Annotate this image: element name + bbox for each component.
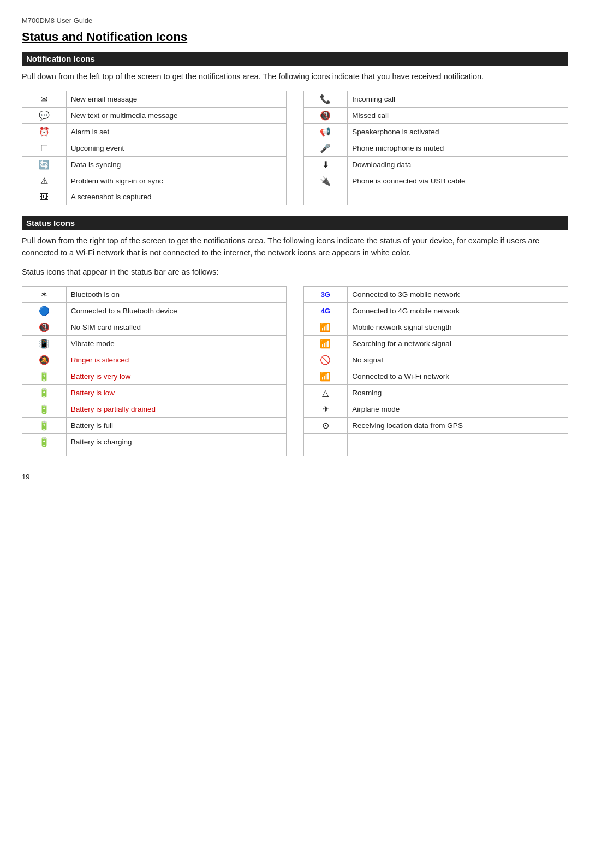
- doc-header: M700DM8 User Guide: [22, 16, 568, 25]
- notification-left-icon: 🔄: [22, 156, 67, 173]
- notification-right-icon: 📵: [303, 107, 348, 123]
- notification-left-label: Problem with sign-in or sync: [66, 173, 287, 189]
- status-left-icon: 📵: [22, 319, 67, 336]
- table-divider: [287, 140, 303, 156]
- status-table-row: 🔋Battery is partially drained✈Airplane m…: [22, 401, 568, 418]
- status-right-icon: 🚫: [303, 352, 348, 368]
- status-left-icon: 🔋: [22, 368, 67, 385]
- status-left-icon: ✶: [22, 287, 67, 303]
- table-divider: [287, 123, 303, 140]
- table-divider: [287, 352, 303, 368]
- status-table-row: 🔋Battery is charging: [22, 434, 568, 450]
- status-right-label: [348, 450, 568, 456]
- status-left-label: Battery is full: [66, 418, 287, 434]
- status-right-label: Airplane mode: [348, 401, 568, 418]
- table-divider: [287, 368, 303, 385]
- notification-table-row: 🔄Data is syncing⬇Downloading data: [22, 156, 568, 173]
- status-left-icon: 🔋: [22, 434, 67, 450]
- status-right-label: Connected to a Wi-Fi network: [348, 368, 568, 385]
- document-title-header: M700DM8 User Guide: [22, 16, 568, 25]
- status-right-icon: 📶: [303, 368, 348, 385]
- page-number: 19: [22, 473, 568, 481]
- notification-right-icon: 📞: [303, 91, 348, 107]
- notification-left-label: Upcoming event: [66, 140, 287, 156]
- status-description2: Status icons that appear in the status b…: [22, 266, 568, 278]
- status-left-icon: 🔋: [22, 401, 67, 418]
- notification-left-label: New email message: [66, 91, 287, 107]
- status-right-label: Connected to 4G mobile network: [348, 303, 568, 319]
- notification-right-label: Phone is connected via USB cable: [348, 173, 568, 189]
- status-left-label: Vibrate mode: [66, 336, 287, 352]
- status-right-icon: ⊙: [303, 418, 348, 434]
- status-right-icon: [303, 450, 348, 456]
- status-table-row: 🔋Battery is very low📶Connected to a Wi-F…: [22, 368, 568, 385]
- status-right-label: Receiving location data from GPS: [348, 418, 568, 434]
- status-left-label: No SIM card installed: [66, 319, 287, 336]
- status-right-icon: 📶: [303, 319, 348, 336]
- notification-right-label: Speakerphone is activated: [348, 123, 568, 140]
- status-right-icon: △: [303, 385, 348, 401]
- notification-right-label: Incoming call: [348, 91, 568, 107]
- notification-left-label: Data is syncing: [66, 156, 287, 173]
- status-right-icon: 3G: [303, 287, 348, 303]
- table-divider: [287, 287, 303, 303]
- status-right-label: No signal: [348, 352, 568, 368]
- status-icons-table: ✶Bluetooth is on3GConnected to 3G mobile…: [22, 286, 568, 456]
- status-right-icon: 📶: [303, 336, 348, 352]
- status-left-label: Battery is low: [66, 385, 287, 401]
- status-table-row: 📵No SIM card installed📶Mobile network si…: [22, 319, 568, 336]
- notification-table-row: ⚠Problem with sign-in or sync🔌Phone is c…: [22, 173, 568, 189]
- status-left-icon: 🔵: [22, 303, 67, 319]
- notification-table-row: ☐Upcoming event🎤Phone microphone is mute…: [22, 140, 568, 156]
- status-table-row: 🔕Ringer is silenced🚫No signal: [22, 352, 568, 368]
- table-divider: [287, 401, 303, 418]
- notification-left-label: Alarm is set: [66, 123, 287, 140]
- notification-left-icon: 💬: [22, 107, 67, 123]
- status-table-row: ✶Bluetooth is on3GConnected to 3G mobile…: [22, 287, 568, 303]
- status-left-label: Bluetooth is on: [66, 287, 287, 303]
- status-left-label: Connected to a Bluetooth device: [66, 303, 287, 319]
- status-table-row: [22, 450, 568, 456]
- notification-left-icon: 🖼: [22, 189, 67, 205]
- notification-icons-table: ✉New email message📞Incoming call💬New tex…: [22, 91, 568, 205]
- notification-left-label: New text or multimedia message: [66, 107, 287, 123]
- notification-table-row: 💬New text or multimedia message📵Missed c…: [22, 107, 568, 123]
- notification-right-icon: ⬇: [303, 156, 348, 173]
- status-table-row: 📳Vibrate mode📶Searching for a network si…: [22, 336, 568, 352]
- status-right-label: [348, 434, 568, 450]
- status-right-label: Searching for a network signal: [348, 336, 568, 352]
- table-divider: [287, 107, 303, 123]
- notification-table-row: ✉New email message📞Incoming call: [22, 91, 568, 107]
- table-divider: [287, 303, 303, 319]
- table-divider: [287, 189, 303, 205]
- table-divider: [287, 91, 303, 107]
- status-right-label: Mobile network signal strength: [348, 319, 568, 336]
- table-divider: [287, 385, 303, 401]
- page-title: Status and Notification Icons: [22, 30, 568, 44]
- notification-section-header: Notification Icons: [22, 52, 568, 66]
- status-left-label: [66, 450, 287, 456]
- status-table-row: 🔵Connected to a Bluetooth device4GConnec…: [22, 303, 568, 319]
- notification-table-row: 🖼A screenshot is captured: [22, 189, 568, 205]
- status-right-icon: [303, 434, 348, 450]
- notification-right-icon: 🔌: [303, 173, 348, 189]
- notification-left-icon: ☐: [22, 140, 67, 156]
- notification-left-label: A screenshot is captured: [66, 189, 287, 205]
- status-left-label: Ringer is silenced: [66, 352, 287, 368]
- table-divider: [287, 336, 303, 352]
- table-divider: [287, 418, 303, 434]
- table-divider: [287, 434, 303, 450]
- notification-left-icon: ⚠: [22, 173, 67, 189]
- status-table-row: 🔋Battery is full⊙Receiving location data…: [22, 418, 568, 434]
- table-divider: [287, 173, 303, 189]
- notification-description: Pull down from the left top of the scree…: [22, 71, 568, 83]
- status-left-label: Battery is charging: [66, 434, 287, 450]
- table-divider: [287, 319, 303, 336]
- status-description1: Pull down from the right top of the scre…: [22, 235, 568, 259]
- status-left-icon: [22, 450, 67, 456]
- notification-right-icon: 🎤: [303, 140, 348, 156]
- notification-right-label: Missed call: [348, 107, 568, 123]
- notification-right-icon: 📢: [303, 123, 348, 140]
- status-left-label: Battery is partially drained: [66, 401, 287, 418]
- status-left-icon: 🔕: [22, 352, 67, 368]
